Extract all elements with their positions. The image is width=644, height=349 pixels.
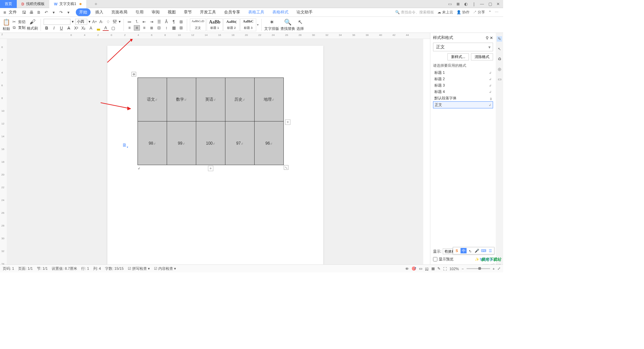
add-row-button[interactable]: + (208, 166, 213, 171)
align-right-icon[interactable]: ≡ (141, 25, 147, 31)
font-color-button[interactable]: A (103, 26, 109, 31)
number-list-icon[interactable]: ⒈ (134, 19, 140, 24)
collapse-icon[interactable]: ⌃ (488, 10, 491, 14)
style-item-body[interactable]: 正文↲ (433, 101, 493, 108)
dropdown-icon[interactable]: ▾ (72, 19, 74, 24)
view-page-icon[interactable]: ▭ (419, 266, 422, 271)
find-replace-button[interactable]: 🔍查找替换 (280, 18, 295, 31)
view-web-icon[interactable]: ▦ (431, 266, 435, 271)
style-gallery[interactable]: AaBbCcD正文 AaBb标题 1 AaBb(标题 2 AaBbC标题 3 ▾ (190, 18, 259, 31)
bg-color-button[interactable]: ▢ (110, 26, 116, 31)
menu-layout[interactable]: 页面布局 (108, 8, 131, 16)
align-left-icon[interactable]: ≡ (126, 25, 132, 31)
dropdown-icon[interactable]: ▾ (119, 19, 121, 24)
status-page[interactable]: 页面: 1/1 (18, 266, 33, 271)
cloud-status[interactable]: ☁ 未上云 (437, 10, 453, 15)
style-item-h3[interactable]: 标题 3↲ (433, 82, 493, 89)
file-menu[interactable]: 文件 (1, 9, 19, 16)
print-icon[interactable]: 🖶 (29, 10, 34, 15)
format-painter[interactable]: 🖌格式刷 (27, 18, 38, 31)
ime-mic-icon[interactable]: 🎤 (474, 248, 480, 253)
smart-layout-button[interactable]: ✶文字排版 (264, 18, 279, 31)
underline-button[interactable]: U (58, 26, 64, 31)
menu-reference[interactable]: 引用 (132, 8, 147, 16)
status-page-no[interactable]: 页码: 1 (3, 266, 14, 271)
show-preview-checkbox[interactable] (433, 257, 437, 261)
ime-punct-icon[interactable]: •ꓹ (467, 248, 473, 253)
new-style-button[interactable]: 新样式... (447, 53, 469, 60)
select-button[interactable]: ↖选择 (297, 18, 304, 31)
table-move-handle[interactable]: ✥ (131, 72, 136, 77)
asian-layout-icon[interactable]: ☰ (156, 19, 162, 24)
grow-font-icon[interactable]: A+ (92, 19, 97, 24)
menu-dev[interactable]: 开发工具 (197, 8, 219, 16)
add-column-button[interactable]: + (285, 119, 290, 125)
menu-insert[interactable]: 插入 (92, 8, 107, 16)
tab-templates[interactable]: D找稻壳模板 (17, 0, 49, 8)
shrink-font-icon[interactable]: A- (99, 19, 104, 24)
dropdown-icon[interactable]: ▾ (89, 19, 91, 24)
style-item-h4[interactable]: 标题 4↲ (433, 89, 493, 95)
maximize-button[interactable]: ▢ (486, 1, 494, 7)
menu-table-style[interactable]: 表格样式 (269, 8, 292, 16)
coop-button[interactable]: 👤 协作 (457, 10, 470, 15)
ime-toolbar[interactable]: S 中 •ꓹ 🎤 ⌨ ☰ (453, 247, 494, 254)
menu-chapter[interactable]: 章节 (180, 8, 195, 16)
search-input[interactable]: 🔍 查找命令、搜索模板 (395, 10, 434, 15)
style-more-icon[interactable]: ▾ (257, 23, 259, 27)
copy-button[interactable]: ⧉复制 (11, 25, 25, 30)
status-content[interactable]: ☑ 内容检查 ▾ (154, 266, 176, 271)
style-item-h1[interactable]: 标题 1↲ (433, 69, 493, 76)
style-item-h2[interactable]: 标题 2↲ (433, 76, 493, 82)
font-size-combo[interactable] (75, 19, 87, 25)
style-item-default[interactable]: 默认段落字体a (433, 95, 493, 101)
tab-new[interactable]: ＋ (86, 0, 106, 8)
preview-icon[interactable]: 🗎 (36, 10, 42, 15)
bold-button[interactable]: B (44, 26, 50, 31)
skin-icon[interactable]: ◐ (462, 1, 470, 7)
decrease-indent-icon[interactable]: ⇤ (141, 19, 147, 24)
clear-format-icon[interactable]: ♢ (105, 19, 111, 24)
zoom-value[interactable]: 102% (449, 267, 459, 271)
fullscreen-icon[interactable]: ⤢ (497, 266, 500, 271)
status-spell[interactable]: ☑ 拼写检查 ▾ (128, 266, 150, 271)
layout-icon[interactable]: ▭ (446, 1, 453, 7)
content-table[interactable]: 语文 数学 英语 历史 地理 98 99 100 97 96 (138, 78, 284, 165)
pin-icon[interactable]: ⚲ (486, 36, 489, 40)
page-options-icon[interactable]: 🗎▾ (122, 142, 128, 149)
superscript-button[interactable]: X² (73, 26, 79, 31)
line-spacing-icon[interactable]: ↕ (163, 25, 169, 31)
cursor-icon[interactable]: ↖ (497, 46, 502, 52)
align-justify-icon[interactable]: ≣ (149, 25, 155, 31)
sort-icon[interactable]: Å (163, 19, 169, 24)
ime-keyboard-icon[interactable]: ⌨ (481, 248, 487, 253)
undo-icon[interactable]: ↶ (44, 10, 49, 15)
zoom-in-button[interactable]: + (493, 267, 495, 271)
paste-button[interactable]: 📋粘贴 (3, 18, 10, 31)
menu-review[interactable]: 审阅 (148, 8, 163, 16)
phonetic-icon[interactable]: 變 (112, 19, 117, 24)
more-icon[interactable]: ⋯ (495, 10, 498, 14)
zoom-slider[interactable] (467, 268, 490, 269)
fit-icon[interactable]: ⛶ (443, 267, 447, 271)
reading-icon[interactable]: 🎯 (412, 266, 416, 271)
dropdown-icon[interactable]: ▾ (66, 10, 71, 15)
highlight-button[interactable]: ▃ (95, 26, 101, 31)
tabs-icon[interactable]: ⊞ (178, 19, 184, 24)
pencil-icon[interactable]: ✎ (497, 36, 502, 42)
page[interactable]: ✥ 语文 数学 英语 历史 地理 98 99 100 97 96 + + ⤡ ↲… (107, 46, 323, 264)
vertical-ruler[interactable]: 20246810121416182022242628303234 (0, 39, 7, 264)
book-icon[interactable]: ▭ (497, 77, 502, 82)
increase-indent-icon[interactable]: ⇥ (149, 19, 155, 24)
redo-icon[interactable]: ↷ (58, 10, 64, 15)
save-icon[interactable]: 🖫 (21, 10, 27, 15)
menu-table-tools[interactable]: 表格工具 (245, 8, 268, 16)
dropdown-icon[interactable]: ▾ (51, 10, 56, 15)
close-panel-icon[interactable]: ✕ (490, 36, 493, 40)
menu-start[interactable]: 开始 (76, 8, 91, 16)
horizontal-ruler[interactable]: 6420246810121416182022242628303234363840… (0, 33, 503, 39)
current-style-select[interactable]: 正文 (433, 43, 493, 51)
menu-member[interactable]: 会员专享 (221, 8, 244, 16)
distribute-icon[interactable]: ⊟ (156, 25, 162, 31)
clear-format-button[interactable]: 清除格式 (471, 53, 493, 60)
